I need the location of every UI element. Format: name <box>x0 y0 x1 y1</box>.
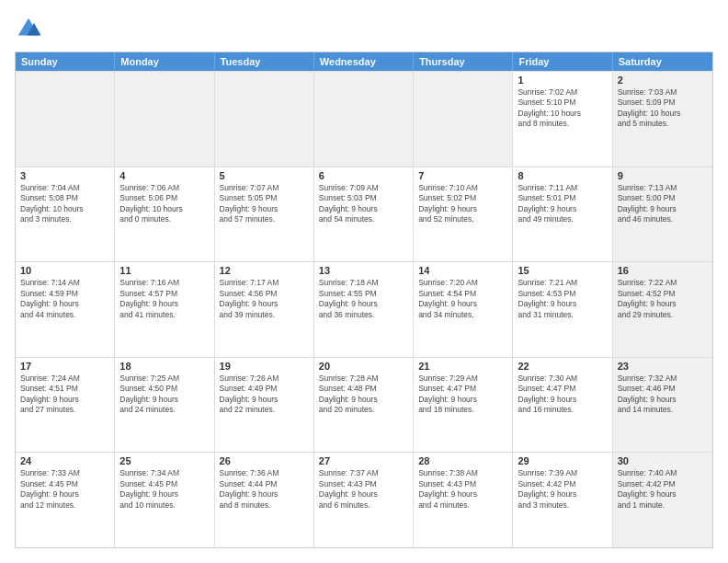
calendar: SundayMondayTuesdayWednesdayThursdayFrid… <box>15 52 713 548</box>
calendar-cell: 14Sunrise: 7:20 AM Sunset: 4:54 PM Dayli… <box>414 262 513 357</box>
header-day: Sunday <box>16 52 115 71</box>
calendar-cell: 6Sunrise: 7:09 AM Sunset: 5:03 PM Daylig… <box>314 167 414 262</box>
day-number: 3 <box>20 170 109 181</box>
calendar-row: 10Sunrise: 7:14 AM Sunset: 4:59 PM Dayli… <box>16 261 712 357</box>
day-number: 19 <box>220 361 309 372</box>
day-info: Sunrise: 7:38 AM Sunset: 4:43 PM Dayligh… <box>418 468 507 511</box>
calendar-cell: 4Sunrise: 7:06 AM Sunset: 5:06 PM Daylig… <box>115 167 214 262</box>
calendar-cell: 23Sunrise: 7:32 AM Sunset: 4:46 PM Dayli… <box>613 358 712 453</box>
header-day: Saturday <box>613 52 712 71</box>
day-number: 25 <box>119 455 209 466</box>
calendar-cell: 9Sunrise: 7:13 AM Sunset: 5:00 PM Daylig… <box>613 167 712 262</box>
day-info: Sunrise: 7:07 AM Sunset: 5:05 PM Dayligh… <box>220 183 309 225</box>
day-number: 5 <box>220 170 309 181</box>
day-number: 12 <box>220 265 309 276</box>
day-number: 15 <box>518 265 607 276</box>
day-number: 26 <box>220 455 309 466</box>
header-day: Monday <box>115 52 214 71</box>
logo-icon <box>15 15 42 42</box>
calendar-cell <box>314 72 414 167</box>
day-number: 21 <box>418 361 507 372</box>
calendar-cell: 16Sunrise: 7:22 AM Sunset: 4:52 PM Dayli… <box>613 262 712 357</box>
day-info: Sunrise: 7:13 AM Sunset: 5:00 PM Dayligh… <box>618 183 708 225</box>
calendar-body: 1Sunrise: 7:02 AM Sunset: 5:10 PM Daylig… <box>16 71 712 547</box>
day-number: 30 <box>618 455 708 466</box>
calendar-cell: 17Sunrise: 7:24 AM Sunset: 4:51 PM Dayli… <box>16 358 115 453</box>
day-info: Sunrise: 7:14 AM Sunset: 4:59 PM Dayligh… <box>20 278 109 320</box>
calendar-row: 17Sunrise: 7:24 AM Sunset: 4:51 PM Dayli… <box>16 357 712 453</box>
day-info: Sunrise: 7:02 AM Sunset: 5:10 PM Dayligh… <box>518 87 607 130</box>
day-number: 28 <box>418 455 507 466</box>
header <box>15 15 713 42</box>
day-info: Sunrise: 7:03 AM Sunset: 5:09 PM Dayligh… <box>618 87 708 130</box>
calendar-cell: 15Sunrise: 7:21 AM Sunset: 4:53 PM Dayli… <box>513 262 612 357</box>
calendar-cell <box>414 72 513 167</box>
day-number: 11 <box>119 265 209 276</box>
calendar-cell: 25Sunrise: 7:34 AM Sunset: 4:45 PM Dayli… <box>115 453 214 547</box>
day-number: 9 <box>618 170 708 181</box>
day-number: 27 <box>319 455 408 466</box>
calendar-row: 3Sunrise: 7:04 AM Sunset: 5:08 PM Daylig… <box>16 167 712 262</box>
day-info: Sunrise: 7:20 AM Sunset: 4:54 PM Dayligh… <box>418 278 507 320</box>
calendar-cell: 13Sunrise: 7:18 AM Sunset: 4:55 PM Dayli… <box>314 262 414 357</box>
calendar-row: 1Sunrise: 7:02 AM Sunset: 5:10 PM Daylig… <box>16 71 712 167</box>
calendar-cell: 29Sunrise: 7:39 AM Sunset: 4:42 PM Dayli… <box>513 453 612 547</box>
page: SundayMondayTuesdayWednesdayThursdayFrid… <box>0 0 728 563</box>
day-info: Sunrise: 7:37 AM Sunset: 4:43 PM Dayligh… <box>319 468 408 511</box>
calendar-cell: 30Sunrise: 7:40 AM Sunset: 4:42 PM Dayli… <box>613 453 712 547</box>
calendar-cell: 11Sunrise: 7:16 AM Sunset: 4:57 PM Dayli… <box>115 262 214 357</box>
day-number: 16 <box>618 265 708 276</box>
day-info: Sunrise: 7:30 AM Sunset: 4:47 PM Dayligh… <box>518 373 607 416</box>
day-info: Sunrise: 7:06 AM Sunset: 5:06 PM Dayligh… <box>119 183 209 225</box>
calendar-cell: 1Sunrise: 7:02 AM Sunset: 5:10 PM Daylig… <box>513 72 612 167</box>
day-number: 18 <box>119 361 209 372</box>
calendar-header: SundayMondayTuesdayWednesdayThursdayFrid… <box>16 52 712 71</box>
day-number: 22 <box>518 361 607 372</box>
day-info: Sunrise: 7:32 AM Sunset: 4:46 PM Dayligh… <box>618 373 708 416</box>
calendar-cell: 22Sunrise: 7:30 AM Sunset: 4:47 PM Dayli… <box>513 358 612 453</box>
calendar-cell <box>215 72 314 167</box>
calendar-cell: 21Sunrise: 7:29 AM Sunset: 4:47 PM Dayli… <box>414 358 513 453</box>
day-number: 7 <box>418 170 507 181</box>
calendar-cell: 27Sunrise: 7:37 AM Sunset: 4:43 PM Dayli… <box>314 453 414 547</box>
calendar-cell: 5Sunrise: 7:07 AM Sunset: 5:05 PM Daylig… <box>215 167 314 262</box>
calendar-cell: 28Sunrise: 7:38 AM Sunset: 4:43 PM Dayli… <box>414 453 513 547</box>
calendar-cell <box>115 72 214 167</box>
day-info: Sunrise: 7:40 AM Sunset: 4:42 PM Dayligh… <box>618 468 708 511</box>
calendar-cell: 20Sunrise: 7:28 AM Sunset: 4:48 PM Dayli… <box>314 358 414 453</box>
calendar-cell: 7Sunrise: 7:10 AM Sunset: 5:02 PM Daylig… <box>414 167 513 262</box>
logo <box>15 15 46 42</box>
day-info: Sunrise: 7:24 AM Sunset: 4:51 PM Dayligh… <box>20 373 109 416</box>
day-number: 4 <box>119 170 209 181</box>
calendar-cell: 18Sunrise: 7:25 AM Sunset: 4:50 PM Dayli… <box>115 358 214 453</box>
day-info: Sunrise: 7:16 AM Sunset: 4:57 PM Dayligh… <box>119 278 209 320</box>
calendar-cell: 26Sunrise: 7:36 AM Sunset: 4:44 PM Dayli… <box>215 453 314 547</box>
day-info: Sunrise: 7:21 AM Sunset: 4:53 PM Dayligh… <box>518 278 607 320</box>
day-number: 20 <box>319 361 408 372</box>
day-number: 24 <box>20 455 109 466</box>
day-number: 23 <box>618 361 708 372</box>
day-info: Sunrise: 7:36 AM Sunset: 4:44 PM Dayligh… <box>220 468 309 511</box>
day-number: 14 <box>418 265 507 276</box>
calendar-cell: 3Sunrise: 7:04 AM Sunset: 5:08 PM Daylig… <box>16 167 115 262</box>
day-number: 10 <box>20 265 109 276</box>
day-number: 6 <box>319 170 408 181</box>
day-info: Sunrise: 7:28 AM Sunset: 4:48 PM Dayligh… <box>319 373 408 416</box>
day-info: Sunrise: 7:25 AM Sunset: 4:50 PM Dayligh… <box>119 373 209 416</box>
day-info: Sunrise: 7:17 AM Sunset: 4:56 PM Dayligh… <box>220 278 309 320</box>
header-day: Thursday <box>414 52 513 71</box>
calendar-cell: 12Sunrise: 7:17 AM Sunset: 4:56 PM Dayli… <box>215 262 314 357</box>
header-day: Wednesday <box>314 52 414 71</box>
day-info: Sunrise: 7:34 AM Sunset: 4:45 PM Dayligh… <box>119 468 209 511</box>
day-number: 1 <box>518 75 607 86</box>
day-info: Sunrise: 7:22 AM Sunset: 4:52 PM Dayligh… <box>618 278 708 320</box>
calendar-row: 24Sunrise: 7:33 AM Sunset: 4:45 PM Dayli… <box>16 452 712 547</box>
day-number: 17 <box>20 361 109 372</box>
calendar-cell: 19Sunrise: 7:26 AM Sunset: 4:49 PM Dayli… <box>215 358 314 453</box>
day-info: Sunrise: 7:33 AM Sunset: 4:45 PM Dayligh… <box>20 468 109 511</box>
calendar-cell: 24Sunrise: 7:33 AM Sunset: 4:45 PM Dayli… <box>16 453 115 547</box>
day-info: Sunrise: 7:09 AM Sunset: 5:03 PM Dayligh… <box>319 183 408 225</box>
calendar-cell: 2Sunrise: 7:03 AM Sunset: 5:09 PM Daylig… <box>613 72 712 167</box>
day-info: Sunrise: 7:26 AM Sunset: 4:49 PM Dayligh… <box>220 373 309 416</box>
header-day: Friday <box>513 52 612 71</box>
